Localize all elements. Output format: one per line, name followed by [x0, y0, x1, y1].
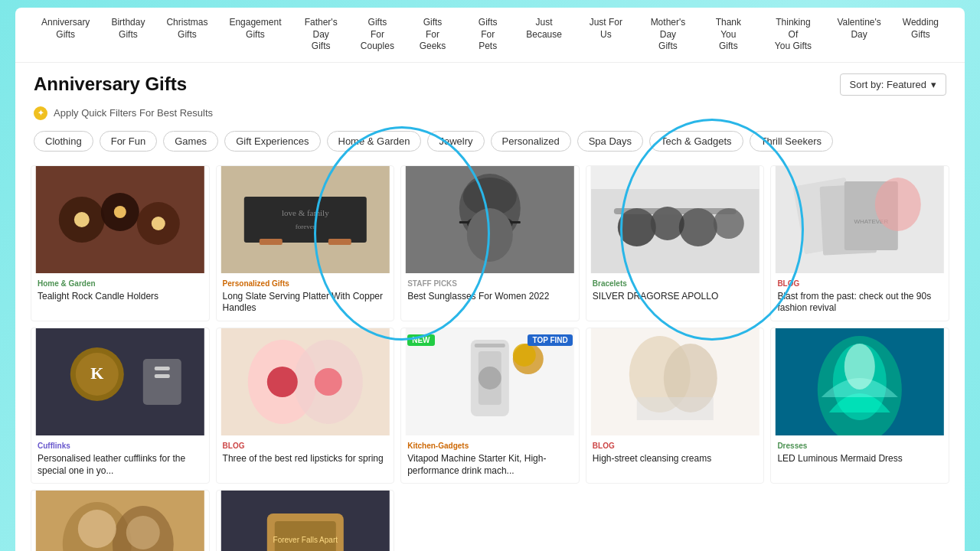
- nav-item-1[interactable]: Birthday Gifts: [100, 14, 155, 56]
- nav-item-4[interactable]: Father's Day Gifts: [292, 14, 349, 56]
- svg-point-6: [152, 217, 165, 230]
- product-image: K: [31, 328, 209, 439]
- products-grid: Home & GardenTealight Rock Candle Holder…: [15, 162, 965, 551]
- product-title: Best Sunglasses For Women 2022: [401, 288, 579, 309]
- product-title: Vitapod Machine Starter Kit, High-perfor…: [401, 450, 579, 483]
- top-nav: Anniversary GiftsBirthday GiftsChristmas…: [15, 8, 965, 63]
- sort-button[interactable]: Sort by: Featured ▾: [840, 73, 946, 96]
- nav-item-12[interactable]: Thinking Of You Gifts: [760, 14, 827, 56]
- product-card[interactable]: love & family forever Personalized Gifts…: [216, 165, 395, 321]
- product-card[interactable]: BraceletsSILVER DRAGORSE APOLLO: [586, 165, 765, 321]
- product-category: Personalized Gifts: [217, 276, 394, 288]
- tag-4[interactable]: Home & Garden: [327, 131, 422, 152]
- chevron-down-icon: ▾: [931, 79, 936, 90]
- filter-row: ✦ Apply Quick Filters For Best Results: [15, 102, 965, 128]
- product-badge-new: New: [407, 334, 434, 346]
- tag-9[interactable]: Thrill Seekers: [750, 131, 833, 152]
- tag-1[interactable]: For Fun: [100, 131, 158, 152]
- nav-item-9[interactable]: Just For Us: [573, 14, 639, 56]
- tag-0[interactable]: Clothing: [34, 131, 93, 152]
- tags-row: ClothingFor FunGamesGift ExperiencesHome…: [15, 128, 965, 162]
- product-image: Forever Falls Apart: [217, 491, 394, 551]
- svg-text:love & family: love & family: [282, 208, 329, 217]
- product-card[interactable]: BLOGThree of the best red lipsticks for …: [216, 328, 395, 484]
- svg-point-51: [513, 344, 536, 367]
- product-card[interactable]: STAFF PICKSBest Sunglasses For Women 202…: [400, 165, 580, 321]
- tag-7[interactable]: Spa Days: [577, 131, 643, 152]
- filter-label: Apply Quick Filters For Best Results: [54, 107, 213, 119]
- product-image: [217, 328, 394, 439]
- svg-rect-26: [614, 208, 737, 214]
- product-category: Home & Garden: [31, 276, 209, 288]
- svg-rect-8: [243, 197, 366, 243]
- nav-item-11[interactable]: Thank You Gifts: [697, 14, 760, 56]
- product-image: WHATEVER: [771, 166, 949, 276]
- svg-rect-21: [591, 166, 760, 189]
- nav-item-2[interactable]: Christmas Gifts: [155, 14, 218, 56]
- product-card[interactable]: BLOGHigh-street cleansing creams: [586, 328, 765, 484]
- tag-2[interactable]: Games: [163, 131, 218, 152]
- tag-5[interactable]: Jewelry: [427, 131, 484, 152]
- svg-point-49: [479, 367, 501, 390]
- svg-rect-11: [259, 239, 282, 245]
- svg-rect-38: [155, 367, 170, 370]
- product-badge-top-find: TOP FIND: [528, 334, 572, 346]
- svg-text:forever: forever: [295, 223, 315, 230]
- product-card[interactable]: Forever Falls Apart Home & GardenPersona…: [216, 490, 395, 551]
- product-category: Bracelets: [586, 276, 764, 288]
- product-image: love & family forever: [217, 166, 394, 276]
- product-category: BLOG: [586, 439, 764, 450]
- nav-item-14[interactable]: Wedding Gifts: [892, 14, 949, 56]
- product-category: BLOG: [771, 276, 949, 288]
- nav-item-5[interactable]: Gifts For Couples: [350, 14, 405, 56]
- product-card[interactable]: K CufflinksPersonalised leather cufflink…: [31, 328, 210, 484]
- product-title: High-street cleansing creams: [586, 450, 764, 471]
- product-title: LED Luminous Mermaid Dress: [771, 450, 949, 471]
- product-title: Personalised leather cufflinks for the s…: [31, 450, 209, 483]
- svg-point-32: [875, 178, 921, 231]
- svg-point-60: [844, 344, 875, 390]
- product-title: Tealight Rock Candle Holders: [31, 288, 209, 309]
- product-image: [31, 166, 209, 276]
- svg-rect-39: [155, 374, 170, 378]
- svg-point-4: [74, 212, 90, 227]
- product-card[interactable]: NewTOP FINDKitchen-GadgetsVitapod Machin…: [400, 328, 580, 484]
- product-card[interactable]: WHATEVER BLOGBlast from the past: check …: [770, 165, 949, 321]
- nav-item-7[interactable]: Gifts For Pets: [460, 14, 515, 56]
- product-image: [771, 328, 949, 439]
- tag-3[interactable]: Gift Experiences: [224, 131, 320, 152]
- svg-point-64: [78, 510, 116, 548]
- product-card[interactable]: DressesLED Luminous Mermaid Dress: [770, 328, 949, 484]
- product-image: [586, 166, 764, 276]
- tag-6[interactable]: Personalized: [491, 131, 571, 152]
- nav-item-6[interactable]: Gifts For Geeks: [405, 14, 460, 56]
- product-image: [31, 491, 209, 551]
- nav-item-8[interactable]: Just Because: [515, 14, 573, 56]
- svg-text:K: K: [90, 364, 103, 383]
- product-category: BLOG: [217, 439, 394, 450]
- nav-item-0[interactable]: Anniversary Gifts: [31, 14, 100, 56]
- product-category: Kitchen-Gadgets: [401, 439, 579, 450]
- svg-point-65: [126, 516, 160, 549]
- product-category: Dresses: [771, 439, 949, 450]
- product-title: SILVER DRAGORSE APOLLO: [586, 288, 764, 309]
- product-card[interactable]: Home & GardenTealight Rock Candle Holder…: [31, 165, 210, 321]
- svg-rect-12: [328, 239, 351, 245]
- product-title: Long Slate Serving Platter With Copper H…: [217, 288, 394, 321]
- svg-point-5: [114, 206, 126, 218]
- product-title: Three of the best red lipsticks for spri…: [217, 450, 394, 471]
- svg-point-44: [314, 368, 341, 396]
- svg-point-43: [266, 367, 297, 397]
- product-card[interactable]: BLOGBlast from the past row2: [31, 490, 210, 551]
- tag-8[interactable]: Tech & Gadgets: [649, 131, 743, 152]
- product-image: [586, 328, 764, 439]
- nav-item-3[interactable]: Engagement Gifts: [218, 14, 292, 56]
- svg-text:Forever Falls Apart: Forever Falls Apart: [273, 536, 338, 544]
- page-title: Anniversary Gifts: [34, 73, 187, 95]
- nav-item-13[interactable]: Valentine's Day: [826, 14, 891, 56]
- filter-icon: ✦: [34, 106, 47, 120]
- nav-item-10[interactable]: Mother's Day Gifts: [639, 14, 697, 56]
- product-category: Cufflinks: [31, 439, 209, 450]
- svg-rect-56: [637, 397, 714, 420]
- product-image: [401, 166, 579, 276]
